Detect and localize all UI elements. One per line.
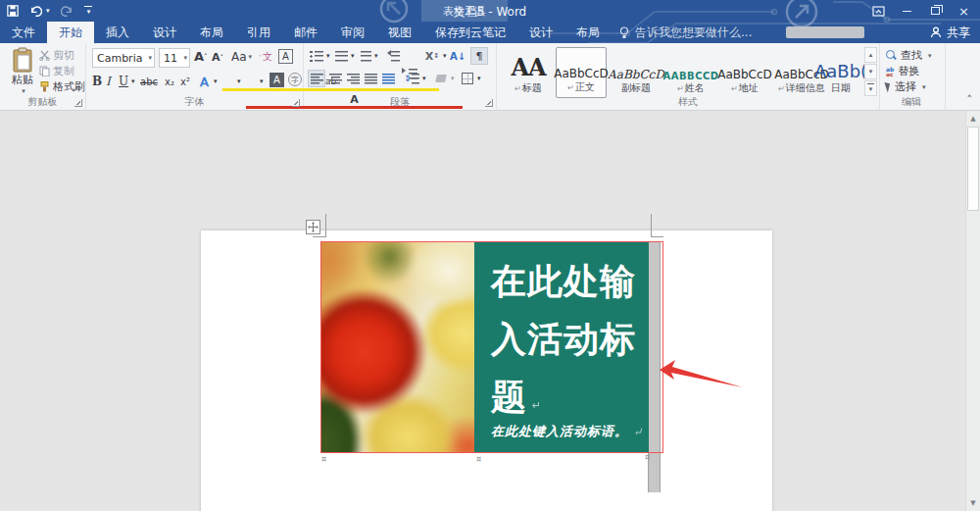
style-preview: AaBbCcD [554, 48, 609, 80]
decrease-indent-button[interactable] [384, 47, 402, 65]
asian-layout-button[interactable]: X↕ [423, 47, 441, 65]
asian-layout-caret[interactable]: ▾ [443, 52, 447, 60]
shading-caret[interactable]: ▾ [451, 75, 455, 82]
highlight-caret[interactable]: ▾ [237, 73, 241, 90]
tab-home[interactable]: 开始 [47, 22, 94, 43]
tab-insert[interactable]: 插入 [94, 22, 141, 43]
restore-button[interactable] [921, 0, 950, 22]
justify-icon [365, 74, 377, 84]
copy-button[interactable]: 复制 [39, 64, 85, 77]
tab-mailings[interactable]: 邮件 [282, 22, 329, 43]
table-move-handle[interactable] [306, 220, 320, 234]
show-hide-marks-button[interactable]: ¶ [470, 47, 488, 65]
find-button[interactable]: 查找 ▾ [886, 48, 932, 63]
tab-review[interactable]: 审阅 [329, 22, 376, 43]
justify-button[interactable] [362, 70, 379, 87]
tab-table-design[interactable]: 设计 [517, 22, 564, 43]
roses-photo[interactable] [321, 242, 474, 452]
flyer-title-cell[interactable]: 在此处输 入活动标 题↵ 在此处键入活动标语。↵ [474, 242, 649, 452]
styles-scroll-down-button[interactable]: ▾ [864, 64, 877, 79]
shrink-font-button[interactable]: A˅ [212, 51, 223, 64]
vertical-scrollbar[interactable]: ▲ ▼ [965, 111, 980, 511]
numbering-caret[interactable]: ▾ [351, 52, 355, 60]
underline-dropdown-caret[interactable]: ▾ [131, 73, 135, 90]
cursor-icon [884, 80, 892, 92]
style-preview: AaBbCcD [608, 47, 664, 81]
font-name-combo[interactable]: Cambria (西文▾ [92, 48, 155, 68]
paragraph-dialog-launcher[interactable] [485, 99, 493, 107]
font-color-caret[interactable]: ▾ [260, 73, 264, 90]
tab-save-to-cloud-notes[interactable]: 保存到云笔记 [423, 22, 517, 43]
underline-button[interactable]: U [119, 73, 128, 90]
grow-font-button[interactable]: A˄ [194, 49, 208, 64]
share-button[interactable]: 共享 [930, 22, 970, 43]
phonetic-guide-button[interactable]: ˘文 [259, 50, 272, 64]
numbering-button[interactable] [332, 47, 350, 65]
font-size-combo[interactable]: 11▾ [159, 48, 190, 68]
superscript-button[interactable]: x² [180, 73, 190, 90]
align-right-button[interactable] [344, 70, 362, 87]
character-shading-button[interactable]: A [270, 73, 284, 87]
person-icon [930, 26, 942, 38]
borders-caret[interactable]: ▾ [477, 75, 481, 82]
shading-button[interactable] [432, 70, 450, 87]
style-item-title[interactable]: AA 标题 [503, 47, 554, 98]
bullets-button[interactable] [308, 47, 325, 65]
distribute-button[interactable] [379, 70, 397, 87]
cut-label: 剪切 [53, 48, 74, 63]
tab-table-layout[interactable]: 布局 [564, 22, 612, 43]
replace-label: 替换 [898, 64, 919, 78]
enclose-characters-button[interactable]: 字 [288, 73, 302, 86]
styles-gallery-more-button[interactable]: ▾ [864, 80, 877, 96]
text-effects-button[interactable]: A [200, 73, 209, 90]
scroll-down-button[interactable]: ▼ [966, 496, 980, 510]
select-button[interactable]: 选择 ▾ [886, 79, 926, 94]
align-left-button[interactable] [308, 70, 325, 87]
scroll-up-button[interactable]: ▲ [966, 112, 980, 126]
scrollbar-thumb[interactable] [967, 127, 979, 211]
ribbon-display-options-icon[interactable] [864, 0, 893, 22]
bold-button[interactable]: B [92, 73, 102, 90]
clipboard-dialog-launcher[interactable] [74, 99, 82, 107]
replace-button[interactable]: abac 替换 [886, 64, 919, 78]
italic-button[interactable]: I [106, 73, 111, 90]
line-spacing-caret[interactable]: ▾ [422, 75, 426, 82]
line-spacing-button[interactable]: ↕ [403, 70, 420, 87]
multilevel-caret[interactable]: ▾ [374, 52, 378, 60]
tab-file[interactable]: 文件 [0, 22, 47, 43]
text-effects-caret[interactable]: ▾ [214, 73, 218, 90]
tab-design[interactable]: 设计 [141, 22, 188, 43]
style-item-address[interactable]: AaBbCcD 地址 [720, 47, 769, 98]
style-item-normal[interactable]: AaBbCcD 正文 [556, 47, 607, 98]
strikethrough-button[interactable]: abc [140, 73, 158, 90]
bullets-caret[interactable]: ▾ [326, 52, 330, 60]
minimize-button[interactable] [893, 0, 921, 22]
close-button[interactable]: × [950, 0, 978, 22]
change-case-button[interactable]: Aa▾ [231, 50, 252, 64]
collapse-ribbon-chevron[interactable]: ˄ [967, 93, 973, 106]
subscript-button[interactable]: x₂ [165, 73, 174, 90]
sort-button[interactable]: A↓ [449, 47, 466, 65]
font-dialog-launcher[interactable] [292, 99, 300, 107]
borders-button[interactable] [459, 70, 476, 87]
select-caret[interactable]: ▾ [922, 83, 926, 91]
format-painter-button[interactable]: 格式刷 [39, 79, 85, 93]
find-caret[interactable]: ▾ [928, 52, 932, 60]
paste-dropdown-caret[interactable]: ▾ [22, 87, 25, 95]
styles-scroll-up-button[interactable]: ▴ [864, 47, 877, 63]
group-font: Cambria (西文▾ 11▾ A˄ A˅ Aa▾ ˘文 A B I U ▾ … [86, 43, 304, 110]
character-border-button[interactable]: A [278, 49, 293, 64]
align-right-icon [347, 74, 360, 84]
tell-me-box[interactable]: 告诉我您想要做什么... [619, 22, 752, 43]
style-item-name[interactable]: AABBCCD 姓名 [663, 47, 718, 98]
tab-layout[interactable]: 布局 [188, 22, 235, 43]
cut-button[interactable]: 剪切 [39, 48, 85, 62]
tab-view[interactable]: 视图 [376, 22, 423, 43]
multilevel-list-button[interactable] [357, 47, 374, 65]
tab-references[interactable]: 引用 [235, 22, 282, 43]
style-item-date[interactable]: AaBb( 日期 [816, 47, 865, 98]
style-preview: AaBbCcD [717, 47, 772, 81]
align-center-button[interactable] [326, 70, 344, 87]
flyer-table[interactable]: 在此处输 入活动标 题↵ 在此处键入活动标语。↵ [320, 241, 663, 453]
style-item-subtitle[interactable]: AaBbCcD 副标题 [611, 47, 662, 98]
